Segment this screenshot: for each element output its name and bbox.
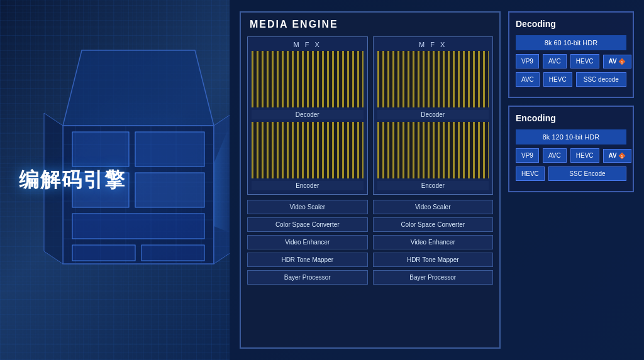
hevc-badge-decode: HEVC xyxy=(570,54,599,68)
encoder-label-2: Encoder xyxy=(377,181,489,190)
video-enhancer-2: Video Enhancer xyxy=(373,235,494,249)
svg-text:1: 1 xyxy=(621,60,623,63)
left-panel: 编解码引擎 xyxy=(0,0,230,360)
hdr-tone-mapper-2: HDR Tone Mapper xyxy=(373,253,494,267)
decoding-spec-row-1: 8k 60 10-bit HDR xyxy=(516,35,626,50)
svg-text:1: 1 xyxy=(621,154,623,158)
svg-rect-22 xyxy=(135,173,204,207)
hevc-badge-encode2: HEVC xyxy=(516,166,545,181)
av1-badge-encode: AV 1 xyxy=(603,149,631,163)
color-space-converter-1: Color Space Converter xyxy=(247,217,368,232)
mfx-stripes-decoder-2 xyxy=(377,51,489,107)
avc-badge-encode: AVC xyxy=(543,148,567,163)
svg-rect-19 xyxy=(72,132,129,166)
feature-rows: Video Scaler Color Space Converter Video… xyxy=(247,200,493,285)
decoding-panel: Decoding 8k 60 10-bit HDR VP9 AVC HEVC A… xyxy=(508,11,634,98)
encoding-spec-row-1: 8k 120 10-bit HDR xyxy=(516,129,626,145)
mfx-block-2: M F X Decoder Encoder xyxy=(373,36,494,195)
encoding-title: Encoding xyxy=(516,113,626,123)
right-section: MEDIA ENGINE M F X Decoder Encoder M F X… xyxy=(230,0,644,360)
video-scaler-2: Video Scaler xyxy=(373,200,494,214)
decoder-label-2: Decoder xyxy=(377,110,489,119)
feature-col-2: Video Scaler Color Space Converter Video… xyxy=(373,200,494,285)
svg-rect-24 xyxy=(72,245,135,261)
media-engine-block: MEDIA ENGINE M F X Decoder Encoder M F X… xyxy=(240,11,501,349)
color-space-converter-2: Color Space Converter xyxy=(373,217,494,232)
ssc-encode-badge: SSC Encode xyxy=(548,166,626,181)
av1-diamond-decode: 1 xyxy=(618,58,626,65)
decoder-label-1: Decoder xyxy=(252,110,364,119)
vp9-badge-decode: VP9 xyxy=(516,54,539,68)
encoding-codecs-row-2: HEVC SSC Encode xyxy=(516,166,626,181)
ssc-decode-badge: SSC decode xyxy=(576,72,626,87)
mfx-stripes-decoder-1 xyxy=(252,51,364,107)
svg-rect-20 xyxy=(135,132,204,166)
hdr-tone-mapper-1: HDR Tone Mapper xyxy=(247,253,368,267)
hevc-badge-encode: HEVC xyxy=(570,148,599,163)
main-container: 编解码引擎 MEDIA ENGINE M F X Decoder Encoder… xyxy=(0,0,644,360)
encoding-codecs-row-1: VP9 AVC HEVC AV 1 xyxy=(516,148,626,163)
av1-diamond-encode: 1 xyxy=(618,152,626,160)
info-panels: Decoding 8k 60 10-bit HDR VP9 AVC HEVC A… xyxy=(508,11,634,349)
svg-rect-23 xyxy=(72,214,204,239)
video-scaler-1: Video Scaler xyxy=(247,200,368,214)
decoding-codecs-row-2: AVC HEVC SSC decode xyxy=(516,72,626,87)
av1-badge-decode: AV 1 xyxy=(603,55,631,68)
vp9-badge-encode: VP9 xyxy=(516,148,539,163)
encoding-panel: Encoding 8k 120 10-bit HDR VP9 AVC HEVC … xyxy=(508,106,634,192)
svg-rect-25 xyxy=(142,245,204,261)
decoding-spec-main: 8k 60 10-bit HDR xyxy=(516,35,626,50)
av1-text-decode: AV xyxy=(609,58,617,65)
avc-badge-decode: AVC xyxy=(543,54,567,68)
feature-col-1: Video Scaler Color Space Converter Video… xyxy=(247,200,368,285)
mfx-block-1: M F X Decoder Encoder xyxy=(247,36,368,195)
mfx-stripes-encoder-1 xyxy=(252,122,364,178)
chinese-label: 编解码引擎 xyxy=(19,166,126,194)
mfx-title-2: M F X xyxy=(377,41,489,48)
decoding-title: Decoding xyxy=(516,19,626,29)
mfx-row: M F X Decoder Encoder M F X Decoder Enco… xyxy=(247,36,493,195)
av1-text-encode: AV xyxy=(609,152,617,159)
encoding-spec-main: 8k 120 10-bit HDR xyxy=(516,129,626,145)
mfx-title-1: M F X xyxy=(252,41,364,48)
bayer-processor-1: Bayer Processor xyxy=(247,270,368,285)
bayer-processor-2: Bayer Processor xyxy=(373,270,494,285)
video-enhancer-1: Video Enhancer xyxy=(247,235,368,249)
encoder-label-1: Encoder xyxy=(252,181,364,190)
avc-badge-decode2: AVC xyxy=(516,72,540,87)
hevc-badge-decode2: HEVC xyxy=(543,72,572,87)
decoding-codecs-row-1: VP9 AVC HEVC AV 1 xyxy=(516,54,626,68)
media-engine-title: MEDIA ENGINE xyxy=(247,19,493,30)
mfx-stripes-encoder-2 xyxy=(377,122,489,178)
svg-marker-1 xyxy=(63,50,214,126)
